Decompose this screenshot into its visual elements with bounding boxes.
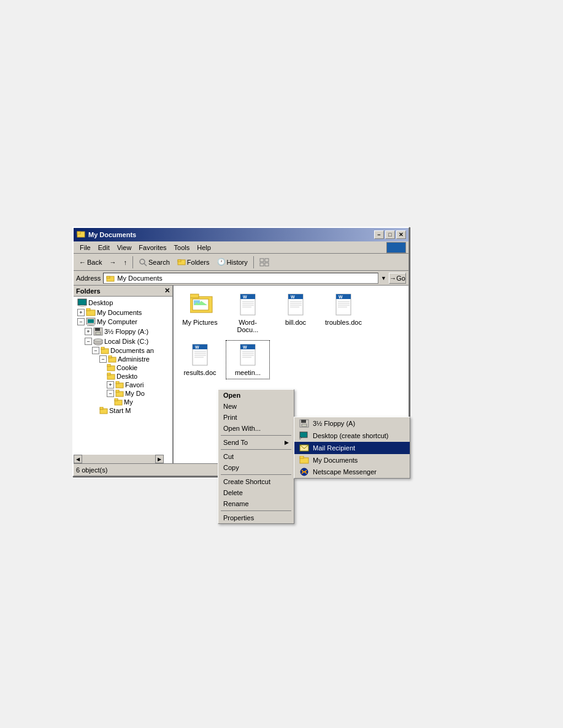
file-item-resultsdoc[interactable]: W results.doc (178, 341, 221, 379)
sendto-mailrecipient[interactable]: Mail Recipient (294, 442, 410, 454)
sendto-desktop[interactable]: Desktop (create shortcut) (294, 430, 410, 442)
sendto-netscape[interactable]: Netscape Messenger (294, 466, 410, 478)
ctx-print[interactable]: Print (218, 412, 294, 423)
address-dropdown-icon[interactable]: ▼ (381, 275, 386, 281)
ctx-separator-2 (221, 449, 291, 450)
back-button[interactable]: ← Back (76, 257, 105, 268)
horizontal-scrollbar[interactable]: ◀ ▶ (74, 455, 164, 463)
title-bar: My Documents − □ ✕ (74, 228, 408, 241)
folders-icon (177, 258, 186, 267)
svg-point-2 (140, 259, 145, 264)
close-button[interactable]: ✕ (396, 230, 406, 239)
ctx-createshortcut[interactable]: Create Shortcut (218, 476, 294, 487)
menu-help[interactable]: Help (193, 243, 215, 252)
picture-folder-icon-container (190, 293, 210, 317)
folder-icon-sm (108, 355, 117, 363)
expand-mydo[interactable]: − (107, 390, 114, 397)
svg-rect-6 (260, 259, 264, 262)
svg-rect-13 (80, 305, 84, 306)
forward-button[interactable]: → (106, 257, 119, 268)
ctx-delete[interactable]: Delete (218, 487, 294, 498)
minimize-button[interactable]: − (374, 230, 384, 239)
tree-item-desktop[interactable]: Desktop (75, 298, 171, 308)
tree-item-my[interactable]: My (75, 398, 171, 406)
ctx-rename[interactable]: Rename (218, 498, 294, 509)
sendto-mail-label: Mail Recipient (313, 444, 355, 452)
window-controls: − □ ✕ (374, 230, 406, 239)
ctx-sendto[interactable]: Send To ▶ (218, 437, 294, 448)
tree-item-documents[interactable]: − Documents an (75, 346, 171, 355)
up-button[interactable]: ↑ (120, 257, 130, 268)
ctx-openwith[interactable]: Open With... (218, 423, 294, 434)
folders-button[interactable]: Folders (174, 256, 213, 268)
scroll-right-btn[interactable]: ▶ (155, 455, 164, 463)
file-label: troubles.doc (325, 319, 362, 326)
tree-item-deskto[interactable]: Deskto (75, 372, 171, 381)
ctx-separator-1 (221, 435, 291, 436)
folder-icon (106, 275, 115, 282)
sendto-submenu: 3½ Floppy (A) Desktop (create shortcut) … (294, 417, 410, 479)
tree-item-admin[interactable]: − Administre (75, 355, 171, 363)
svg-line-3 (144, 264, 147, 266)
file-item-troublesdoc[interactable]: W troubles.doc (322, 290, 365, 336)
ctx-properties[interactable]: Properties (218, 512, 294, 523)
svg-rect-32 (107, 364, 110, 366)
expand-admin[interactable]: − (99, 355, 107, 363)
folder-icon-sm (115, 390, 124, 397)
svg-rect-9 (265, 263, 269, 266)
folder-icon (86, 308, 96, 316)
folders-close-button[interactable]: ✕ (164, 287, 170, 295)
search-button[interactable]: Search (136, 256, 173, 268)
ctx-copy[interactable]: Copy (218, 462, 294, 473)
expand-floppy[interactable]: + (85, 328, 92, 335)
file-item-meeting[interactable]: W meetin... (226, 341, 269, 379)
tree-item-favori[interactable]: + Favori (75, 381, 171, 389)
folders-header: Folders ✕ (74, 286, 172, 297)
expand-favori[interactable]: + (107, 381, 114, 389)
file-label: Word-Docu... (229, 319, 267, 333)
svg-rect-1 (77, 232, 80, 234)
ctx-open[interactable]: Open (218, 390, 294, 401)
menu-edit[interactable]: Edit (94, 243, 113, 252)
menu-favorites[interactable]: Favorites (135, 243, 170, 252)
file-item-billdoc[interactable]: W bill.doc (274, 290, 317, 336)
tree-item-mydo[interactable]: − My Do (75, 389, 171, 398)
expand-mydocuments[interactable]: + (77, 309, 85, 316)
svg-text:W: W (291, 295, 295, 299)
tree-item-startm[interactable]: Start M (75, 406, 171, 415)
sendto-floppy[interactable]: 3½ Floppy (A) (294, 417, 410, 430)
maximize-button[interactable]: □ (385, 230, 395, 239)
ctx-new[interactable]: New (218, 401, 294, 412)
menu-file[interactable]: File (76, 243, 94, 252)
view-button[interactable] (256, 256, 272, 268)
sendto-label: Send To (223, 439, 248, 446)
tree-item-mycomputer[interactable]: − My Computer (75, 317, 171, 327)
address-input[interactable]: My Documents (103, 273, 378, 284)
desktop-shortcut-icon (299, 431, 309, 440)
svg-rect-84 (301, 420, 306, 423)
svg-text:W: W (243, 295, 247, 299)
expand-mycomputer[interactable]: − (77, 318, 85, 325)
ctx-cut[interactable]: Cut (218, 451, 294, 462)
tree-label: My Do (125, 390, 145, 397)
tree-item-cookie[interactable]: Cookie (75, 363, 171, 372)
expand-documents[interactable]: − (92, 347, 99, 354)
tree-item-mydocuments[interactable]: + My Documents (75, 308, 171, 317)
window-title: My Documents (88, 231, 374, 238)
sendto-mydocuments[interactable]: My Documents (294, 454, 410, 466)
menu-tools[interactable]: Tools (170, 243, 194, 252)
svg-rect-40 (115, 398, 118, 401)
expand-localdisk[interactable]: − (85, 338, 92, 345)
svg-rect-36 (116, 381, 119, 384)
tree-item-floppy[interactable]: + 3½ Floppy (A:) (75, 327, 171, 336)
file-item-worddocu[interactable]: W Word-Docu... (226, 290, 269, 336)
menu-view[interactable]: View (113, 243, 136, 252)
folder-icon-sm (115, 381, 124, 389)
history-button[interactable]: 🕐 History (214, 256, 251, 268)
tree-item-localdisk[interactable]: − Local Disk (C:) (75, 336, 171, 346)
scroll-left-btn[interactable]: ◀ (74, 455, 82, 463)
svg-rect-23 (96, 332, 101, 335)
file-item-mypictures[interactable]: My Pictures (178, 290, 221, 336)
folder-icon-sm (101, 347, 109, 354)
go-button[interactable]: → Go (389, 273, 406, 284)
